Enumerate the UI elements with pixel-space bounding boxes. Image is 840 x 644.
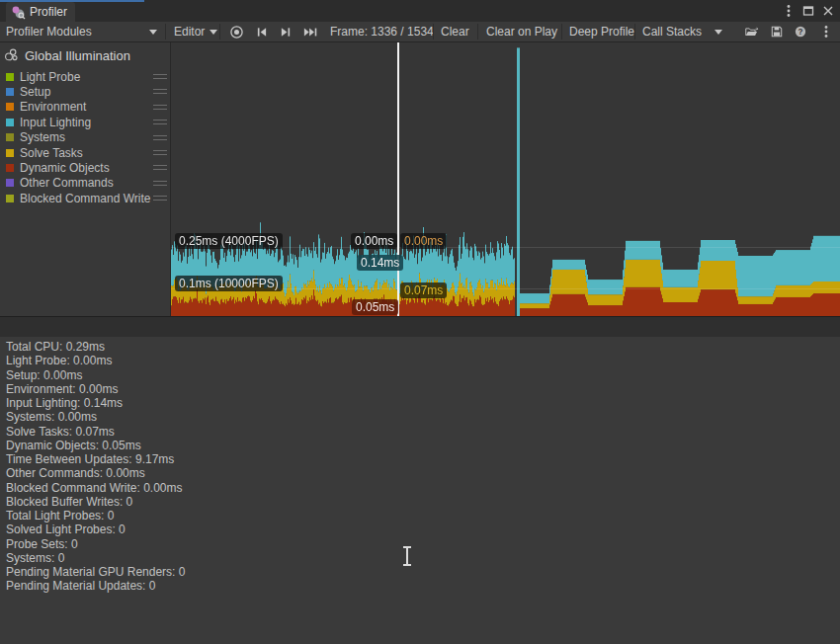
tab-title: Profiler [30, 5, 67, 19]
stat-line: Blocked Command Write: 0.00ms [0, 481, 840, 495]
chevron-down-icon [149, 30, 157, 35]
chart-legend: Light ProbeSetupEnvironmentInput Lightin… [0, 69, 170, 206]
legend-item[interactable]: Other Commands [0, 176, 170, 191]
load-profile-button[interactable] [739, 22, 765, 41]
legend-label: Systems [20, 130, 65, 144]
record-icon [229, 25, 244, 40]
module-title: Global Illumination [25, 48, 130, 63]
clear-button[interactable]: Clear [435, 22, 475, 41]
drag-handle-icon[interactable] [153, 150, 167, 155]
call-stacks-button[interactable]: Call Stacks [636, 22, 728, 41]
legend-item[interactable]: Systems [0, 130, 170, 145]
editor-target-dropdown[interactable]: Editor [168, 22, 223, 41]
legend-label: Dynamic Objects [20, 161, 110, 175]
chart-value-label: 0.00ms [351, 233, 397, 249]
deep-profile-label: Deep Profile [569, 25, 634, 39]
profiler-window: Profiler Profiler Modules Editor [0, 0, 840, 644]
legend-label: Blocked Command Write [20, 192, 151, 205]
legend-item[interactable]: Light Probe [0, 69, 170, 84]
stat-line: Systems: 0.00ms [0, 410, 840, 424]
record-button[interactable] [222, 22, 250, 41]
legend-label: Setup [20, 85, 50, 99]
chart-value-label: 0.00ms [400, 233, 447, 249]
profiler-chart-area: 0.25ms (4000FPS)0.1ms (10000FPS)0.00ms0.… [171, 42, 840, 316]
stat-line: Light Probe: 0.00ms [0, 354, 840, 367]
legend-item[interactable]: Environment [0, 100, 170, 115]
legend-color-swatch [6, 88, 14, 96]
module-details-panel: Total CPU: 0.29msLight Probe: 0.00msSetu… [0, 337, 840, 644]
stat-line: Systems: 0 [0, 551, 840, 565]
stat-line: Solve Tasks: 0.07ms [0, 425, 840, 439]
chart-value-label: 0.07ms [400, 282, 447, 298]
legend-color-swatch [6, 149, 14, 157]
legend-label: Other Commands [20, 176, 114, 190]
save-icon [771, 25, 783, 39]
window-close-icon[interactable] [820, 3, 836, 19]
toolbar-menu-button[interactable] [816, 22, 836, 41]
legend-label: Light Probe [20, 70, 80, 84]
drag-handle-icon[interactable] [153, 196, 167, 201]
legend-color-swatch [6, 73, 14, 81]
skip-back-icon [256, 27, 268, 38]
module-sidebar: Global Illumination Light ProbeSetupEnvi… [0, 42, 171, 316]
chart-value-label: 0.05ms [352, 299, 398, 315]
module-header[interactable]: Global Illumination [0, 42, 170, 67]
profiler-toolbar: Profiler Modules Editor [0, 22, 840, 42]
skip-forward-icon [303, 27, 317, 38]
save-profile-button[interactable] [765, 22, 789, 41]
stat-line: Solved Light Probes: 0 [0, 523, 840, 536]
call-stacks-label: Call Stacks [642, 25, 702, 39]
stat-line: Dynamic Objects: 0.05ms [0, 439, 840, 452]
chevron-down-icon [714, 30, 722, 35]
profiler-modules-dropdown[interactable]: Profiler Modules [0, 22, 165, 41]
chart-value-label: 0.1ms (10000FPS) [175, 276, 283, 291]
legend-label: Solve Tasks [20, 146, 83, 160]
svg-text:?: ? [798, 28, 803, 37]
legend-color-swatch [6, 103, 14, 111]
tab-profiler[interactable]: Profiler [6, 2, 75, 22]
stat-line: Total Light Probes: 0 [0, 509, 840, 523]
step-forward-icon [280, 27, 292, 38]
deep-profile-button[interactable]: Deep Profile [563, 22, 640, 41]
stat-line: Time Between Updates: 9.17ms [0, 452, 840, 466]
chart-value-label: 0.14ms [357, 255, 403, 271]
clear-label: Clear [441, 25, 469, 39]
pane-splitter[interactable] [0, 316, 840, 337]
help-icon: ? [795, 25, 806, 39]
clear-on-play-button[interactable]: Clear on Play [480, 22, 563, 41]
editor-target-label: Editor [174, 25, 205, 39]
legend-label: Environment [20, 100, 86, 114]
first-frame-button[interactable] [250, 22, 274, 41]
frame-counter: Frame: 1336 / 1534 [324, 22, 440, 41]
legend-label: Input Lighting [20, 116, 91, 129]
legend-item[interactable]: Input Lighting [0, 115, 170, 129]
help-button[interactable]: ? [789, 22, 812, 41]
frame-counter-label: Frame: 1336 / 1534 [330, 25, 434, 39]
drag-handle-icon[interactable] [153, 120, 167, 124]
kebab-menu-icon [824, 25, 828, 39]
window-menu-icon[interactable] [781, 3, 797, 19]
profiler-icon [11, 5, 26, 20]
drag-handle-icon[interactable] [153, 74, 167, 79]
drag-handle-icon[interactable] [153, 165, 167, 170]
stat-line: Total CPU: 0.29ms [0, 340, 840, 354]
legend-color-swatch [6, 119, 14, 126]
drag-handle-icon[interactable] [153, 105, 167, 110]
current-frame-button[interactable] [297, 22, 323, 41]
clear-on-play-label: Clear on Play [486, 25, 557, 39]
legend-color-swatch [6, 164, 14, 172]
drag-handle-icon[interactable] [153, 135, 167, 140]
legend-item[interactable]: Setup [0, 84, 170, 99]
legend-item[interactable]: Blocked Command Write [0, 191, 170, 205]
legend-item[interactable]: Solve Tasks [0, 145, 170, 160]
drag-handle-icon[interactable] [153, 89, 167, 94]
stat-line: Pending Material Updates: 0 [0, 579, 840, 593]
drag-handle-icon[interactable] [153, 181, 167, 186]
next-frame-button[interactable] [274, 22, 297, 41]
open-folder-icon [745, 25, 759, 39]
chart-value-label: 0.25ms (4000FPS) [175, 233, 283, 249]
legend-item[interactable]: Dynamic Objects [0, 160, 170, 175]
window-maximize-icon[interactable] [800, 3, 816, 19]
profiler-modules-label: Profiler Modules [6, 25, 92, 39]
stat-line: Input Lighting: 0.14ms [0, 396, 840, 410]
